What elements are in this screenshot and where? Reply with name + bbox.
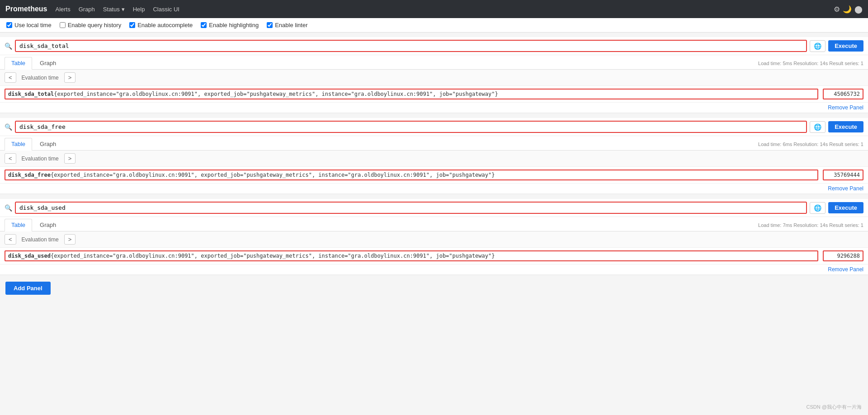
remove-panel-link-2[interactable]: Remove Panel — [828, 185, 863, 192]
query-bar-1: 🔍 🌐 Execute — [0, 37, 868, 55]
panel-1: 🔍 🌐 Execute Table Graph Load time: 5ms R… — [0, 37, 868, 113]
enable-query-history-option[interactable]: Enable query history — [60, 22, 122, 28]
query-input-1[interactable] — [15, 40, 807, 52]
search-icon-2: 🔍 — [5, 123, 12, 131]
remove-panel-link-1[interactable]: Remove Panel — [828, 104, 863, 111]
tab-table-2[interactable]: Table — [5, 138, 32, 151]
eval-bar-3: < Evaluation time > — [0, 231, 868, 248]
options-bar: Use local time Enable query history Enab… — [0, 18, 868, 33]
search-icon-1: 🔍 — [5, 42, 12, 50]
remove-panel-link-3[interactable]: Remove Panel — [828, 266, 863, 273]
navbar-help[interactable]: Help — [133, 6, 145, 13]
result-metric-1: disk_sda_total{exported_instance="gra.ol… — [5, 89, 818, 99]
navbar: Prometheus Alerts Graph Status ▾ Help Cl… — [0, 0, 868, 18]
enable-query-history-checkbox[interactable] — [60, 22, 66, 28]
eval-label-3: Evaluation time — [19, 236, 61, 243]
tabs-left-3: Table Graph — [5, 219, 64, 231]
result-row-1: disk_sda_total{exported_instance="gra.ol… — [0, 86, 868, 103]
result-metric-3: disk_sda_used{exported_instance="gra.old… — [5, 250, 818, 261]
metric-labels-3: {exported_instance="gra.oldboylinux.cn:9… — [51, 253, 495, 259]
settings-icon[interactable]: ⚙ — [834, 5, 840, 14]
meta-info-1: Load time: 5ms Resolution: 14s Result se… — [758, 59, 863, 68]
eval-next-btn-1[interactable]: > — [64, 72, 76, 83]
eval-prev-btn-2[interactable]: < — [5, 153, 16, 164]
meta-info-2: Load time: 6ms Resolution: 14s Result se… — [758, 140, 863, 149]
panel-2: 🔍 🌐 Execute Table Graph Load time: 6ms R… — [0, 118, 868, 194]
metric-name-3: disk_sda_used — [8, 253, 51, 259]
globe-button-1[interactable]: 🌐 — [810, 40, 826, 52]
navbar-alerts[interactable]: Alerts — [55, 6, 70, 13]
navbar-brand: Prometheus — [5, 5, 47, 13]
tabs-left-2: Table Graph — [5, 138, 64, 150]
tab-graph-3[interactable]: Graph — [33, 219, 63, 231]
tab-table-3[interactable]: Table — [5, 219, 32, 231]
enable-linter-option[interactable]: Enable linter — [267, 22, 307, 28]
eval-bar-1: < Evaluation time > — [0, 70, 868, 86]
enable-autocomplete-label: Enable autocomplete — [137, 22, 193, 28]
tabs-bar-2: Table Graph Load time: 6ms Resolution: 1… — [0, 136, 868, 151]
globe-button-3[interactable]: 🌐 — [810, 202, 826, 214]
enable-linter-label: Enable linter — [275, 22, 307, 28]
meta-info-3: Load time: 7ms Resolution: 14s Result se… — [758, 221, 863, 230]
tabs-left-1: Table Graph — [5, 57, 64, 69]
tabs-bar-1: Table Graph Load time: 5ms Resolution: 1… — [0, 55, 868, 70]
use-local-time-option[interactable]: Use local time — [6, 22, 52, 28]
eval-label-1: Evaluation time — [19, 75, 61, 81]
enable-highlighting-checkbox[interactable] — [201, 22, 207, 28]
query-input-3[interactable] — [15, 202, 807, 214]
eval-bar-2: < Evaluation time > — [0, 151, 868, 167]
result-value-1: 45065732 — [823, 89, 863, 99]
metric-labels-2: {exported_instance="gra.oldboylinux.cn:9… — [51, 172, 495, 178]
enable-autocomplete-option[interactable]: Enable autocomplete — [129, 22, 193, 28]
navbar-left: Prometheus Alerts Graph Status ▾ Help Cl… — [5, 5, 179, 13]
enable-query-history-label: Enable query history — [68, 22, 122, 28]
tabs-bar-3: Table Graph Load time: 7ms Resolution: 1… — [0, 217, 868, 231]
use-local-time-checkbox[interactable] — [6, 22, 12, 28]
remove-panel-bar-3: Remove Panel — [0, 264, 868, 275]
query-bar-3: 🔍 🌐 Execute — [0, 199, 868, 217]
eval-prev-btn-3[interactable]: < — [5, 234, 16, 245]
result-metric-2: disk_sda_free{exported_instance="gra.old… — [5, 170, 818, 180]
navbar-status-dropdown[interactable]: Status ▾ — [103, 6, 125, 13]
execute-button-2[interactable]: Execute — [828, 121, 863, 132]
navbar-classic-ui[interactable]: Classic UI — [153, 6, 179, 13]
enable-highlighting-option[interactable]: Enable highlighting — [201, 22, 259, 28]
execute-button-1[interactable]: Execute — [828, 40, 863, 52]
remove-panel-bar-1: Remove Panel — [0, 103, 868, 113]
navbar-status-label: Status — [103, 6, 120, 13]
query-bar-2: 🔍 🌐 Execute — [0, 118, 868, 136]
navbar-graph[interactable]: Graph — [79, 6, 95, 13]
tab-table-1[interactable]: Table — [5, 57, 32, 70]
query-input-2[interactable] — [15, 121, 807, 133]
add-panel-bar: Add Panel — [0, 275, 868, 301]
execute-button-3[interactable]: Execute — [828, 202, 863, 213]
panels-container: 🔍 🌐 Execute Table Graph Load time: 5ms R… — [0, 37, 868, 275]
result-value-3: 9296288 — [823, 250, 863, 261]
tab-graph-2[interactable]: Graph — [33, 138, 63, 150]
result-row-2: disk_sda_free{exported_instance="gra.old… — [0, 167, 868, 184]
tab-graph-1[interactable]: Graph — [33, 57, 63, 69]
chevron-down-icon: ▾ — [122, 6, 125, 13]
eval-prev-btn-1[interactable]: < — [5, 72, 16, 83]
metric-name-2: disk_sda_free — [8, 172, 51, 178]
use-local-time-label: Use local time — [14, 22, 52, 28]
remove-panel-bar-2: Remove Panel — [0, 184, 868, 194]
navbar-right: ⚙ 🌙 ⬤ — [834, 5, 863, 14]
globe-button-2[interactable]: 🌐 — [810, 121, 826, 133]
enable-highlighting-label: Enable highlighting — [209, 22, 259, 28]
moon-icon[interactable]: 🌙 — [843, 5, 852, 14]
eval-next-btn-3[interactable]: > — [64, 234, 76, 245]
metric-labels-1: {exported_instance="gra.oldboylinux.cn:9… — [54, 91, 498, 97]
enable-autocomplete-checkbox[interactable] — [129, 22, 135, 28]
circle-icon[interactable]: ⬤ — [854, 5, 863, 14]
eval-next-btn-2[interactable]: > — [64, 153, 76, 164]
result-row-3: disk_sda_used{exported_instance="gra.old… — [0, 248, 868, 264]
panel-3: 🔍 🌐 Execute Table Graph Load time: 7ms R… — [0, 199, 868, 275]
add-panel-button[interactable]: Add Panel — [5, 282, 51, 295]
eval-label-2: Evaluation time — [19, 156, 61, 162]
result-value-2: 35769444 — [823, 170, 863, 180]
search-icon-3: 🔍 — [5, 204, 12, 212]
enable-linter-checkbox[interactable] — [267, 22, 273, 28]
metric-name-1: disk_sda_total — [8, 91, 54, 97]
